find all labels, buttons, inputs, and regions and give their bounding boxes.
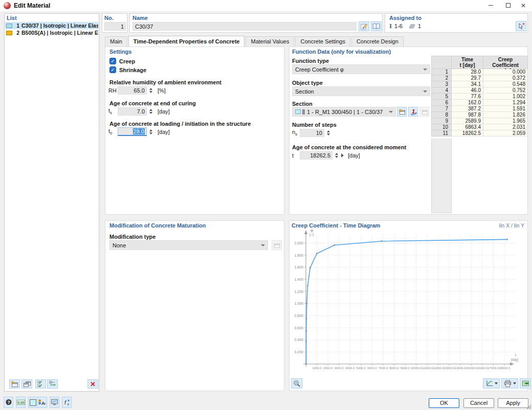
modification-type-select[interactable]: None	[109, 240, 268, 250]
minimize-button[interactable]	[483, 1, 498, 10]
rh-spinner[interactable]	[148, 86, 153, 95]
checkbox-checked-icon: ✓	[109, 58, 116, 64]
object-type-select[interactable]: Section	[292, 86, 430, 96]
table-cell-time[interactable]: 987.8	[452, 112, 483, 118]
section-select[interactable]: 1 - R_M1 300/450 | 1 - C30/37	[292, 107, 396, 117]
table-cell-creep[interactable]: 1.294	[483, 100, 528, 106]
checkbox-checked-icon: ✓	[109, 66, 116, 73]
t0-spinner[interactable]	[148, 128, 153, 136]
diagram-settings-button[interactable]	[483, 378, 500, 389]
help-button[interactable]: ?	[4, 397, 13, 408]
table-cell-creep[interactable]: 1.591	[483, 106, 528, 112]
close-icon: ✕	[521, 2, 526, 9]
table-cell-creep[interactable]: 1.826	[483, 112, 528, 118]
tab-material-values[interactable]: Material Values	[246, 36, 294, 47]
table-row-number[interactable]: 3	[431, 81, 452, 87]
formula-button[interactable]: fx	[62, 397, 72, 408]
maximize-button[interactable]	[500, 1, 516, 10]
table-row-number[interactable]: 5	[431, 94, 452, 100]
select-all-button[interactable]	[35, 379, 46, 389]
table-cell-time[interactable]: 77.6	[452, 94, 483, 100]
material-name-field[interactable]: C30/37	[132, 22, 357, 31]
new-section-button[interactable]	[397, 107, 407, 117]
toggle-selection-button[interactable]	[47, 379, 58, 389]
table-cell-time[interactable]: 2589.9	[452, 118, 483, 124]
print-chart-button[interactable]	[501, 378, 518, 389]
table-row-number[interactable]: 1	[431, 69, 452, 75]
table-row-number[interactable]: 7	[431, 106, 452, 112]
table-row-number[interactable]: 8	[431, 112, 452, 118]
delete-material-button[interactable]: ✕	[87, 379, 98, 389]
name-label: Name	[132, 15, 148, 21]
table-cell-creep[interactable]: 1.002	[483, 94, 528, 100]
tab-main[interactable]: Main	[105, 36, 127, 47]
table-cell-creep[interactable]: 0.752	[483, 87, 528, 94]
display-properties-button[interactable]: A	[37, 397, 47, 408]
steps-spinner[interactable]	[325, 129, 331, 137]
export-chart-button[interactable]	[520, 378, 531, 389]
function-type-select[interactable]: Creep Coefficient φ	[292, 64, 430, 74]
table-cell-time[interactable]: 29.7	[452, 75, 483, 81]
new-modification-button[interactable]	[272, 240, 282, 250]
edit-section-button[interactable]	[419, 107, 429, 117]
list-item[interactable]: 1C30/37 | Isotropic | Linear Elastic	[5, 22, 98, 29]
tab-concrete-settings[interactable]: Concrete Settings	[295, 36, 350, 47]
table-cell-creep[interactable]: 0.548	[483, 81, 528, 87]
table-row-number[interactable]: 9	[431, 118, 452, 124]
svg-text:f: f	[64, 399, 66, 405]
table-cell-time[interactable]: 18262.5	[452, 130, 483, 136]
table-row-number[interactable]: 11	[431, 130, 452, 136]
list-item[interactable]: 2B500S(A) | Isotropic | Linear Elastic	[5, 29, 98, 36]
table-cell-creep[interactable]: 1.965	[483, 118, 528, 124]
ts-input[interactable]: 7.0	[118, 107, 147, 116]
svg-text:0.00: 0.00	[17, 401, 24, 404]
chart-canvas[interactable]: 0.2000.4000.6000.8001.0001.2001.4001.600…	[290, 227, 527, 378]
ts-spinner[interactable]	[148, 107, 153, 116]
svg-text:10000.0: 10000.0	[411, 367, 422, 370]
name-box: Name C30/37	[129, 13, 383, 33]
table-row-number[interactable]: 2	[431, 75, 452, 81]
table-row-number[interactable]: 4	[431, 87, 452, 94]
tab-time-dependent-properties-of-concrete[interactable]: Time-Dependent Properties of Concrete	[128, 36, 245, 47]
creep-checkbox[interactable]: ✓ Creep	[109, 58, 135, 64]
table-cell-creep[interactable]: 0.000	[483, 69, 528, 75]
apply-button[interactable]: Apply	[498, 398, 528, 408]
cancel-button[interactable]: Cancel	[463, 398, 494, 408]
select-assigned-objects-button[interactable]	[516, 21, 526, 31]
svg-text:18000.0: 18000.0	[499, 367, 510, 370]
table-cell-time[interactable]: 34.1	[452, 81, 483, 87]
steps-input[interactable]: 10	[300, 129, 324, 137]
table-cell-creep[interactable]: 2.059	[483, 130, 528, 136]
table-cell-time[interactable]: 6863.4	[452, 124, 483, 130]
table-cell-time[interactable]: 387.2	[452, 106, 483, 112]
material-color-button[interactable]	[28, 397, 38, 408]
ok-button[interactable]: OK	[429, 398, 459, 408]
table-row-number[interactable]: 10	[431, 124, 452, 130]
rh-input[interactable]: 65.0	[118, 86, 147, 95]
chart-zoom-button[interactable]	[291, 378, 302, 389]
creep-time-diagram: 0.2000.4000.6000.8001.0001.2001.4001.600…	[290, 227, 527, 378]
t0-input[interactable]: 28.0	[118, 127, 147, 136]
new-material-button[interactable]	[9, 379, 20, 389]
edit-name-button[interactable]	[359, 21, 369, 31]
table-row-number[interactable]: 6	[431, 100, 452, 106]
tab-concrete-design[interactable]: Concrete Design	[351, 36, 404, 47]
units-settings-button[interactable]: 0.00	[16, 397, 26, 408]
play-icon[interactable]	[341, 153, 344, 157]
shrinkage-checkbox[interactable]: ✓ Shrinkage	[109, 66, 146, 73]
moment-spinner[interactable]	[334, 151, 339, 160]
close-button[interactable]: ✕	[516, 1, 531, 10]
section-info-button[interactable]: 1	[408, 107, 418, 117]
creep-checkbox-label: Creep	[119, 58, 135, 64]
moment-input[interactable]: 18262.5	[300, 151, 332, 160]
material-library-button[interactable]	[371, 21, 382, 31]
display-on-screen-button[interactable]	[50, 397, 59, 408]
table-cell-creep[interactable]: 2.031	[483, 124, 528, 130]
copy-material-button[interactable]	[21, 379, 32, 389]
copy-icon	[24, 381, 31, 388]
table-cell-time[interactable]: 46.0	[452, 87, 483, 94]
table-cell-time[interactable]: 162.0	[452, 100, 483, 106]
table-cell-creep[interactable]: 0.372	[483, 75, 528, 81]
resize-grip[interactable]	[527, 405, 531, 409]
table-cell-time[interactable]: 28.0	[452, 69, 483, 75]
